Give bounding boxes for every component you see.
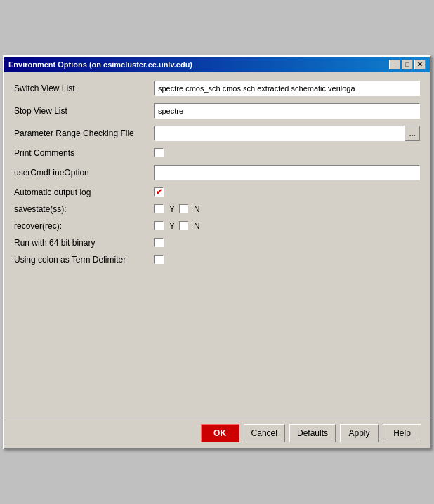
browse-button[interactable]: ... xyxy=(405,126,420,141)
auto-output-log-row: Automatic output log ✔ xyxy=(14,187,420,197)
savestate-n-checkbox[interactable] xyxy=(179,204,188,213)
savestate-y-label: Y xyxy=(169,204,175,214)
savestate-label: savestate(ss): xyxy=(14,204,154,214)
stop-view-list-label: Stop View List xyxy=(14,106,154,116)
savestate-row: savestate(ss): Y N xyxy=(14,204,420,214)
recover-n-label: N xyxy=(194,221,200,231)
print-comments-checkbox[interactable] xyxy=(154,148,164,157)
parameter-range-input[interactable] xyxy=(154,126,405,141)
user-cmd-row: userCmdLineOption xyxy=(14,165,420,180)
switch-view-list-row: Switch View List xyxy=(14,81,420,96)
print-comments-row: Print Comments xyxy=(14,148,420,158)
stop-view-list-input[interactable] xyxy=(154,103,420,119)
parameter-range-input-group: ... xyxy=(154,126,420,141)
recover-y-checkbox[interactable] xyxy=(154,221,164,230)
auto-output-log-label: Automatic output log xyxy=(14,187,154,197)
help-button[interactable]: Help xyxy=(383,424,421,442)
run-64bit-checkbox[interactable] xyxy=(154,238,164,247)
window-title: Environment Options (on csimcluster.ee.u… xyxy=(8,60,192,69)
run-64bit-row: Run with 64 bit binary xyxy=(14,238,420,248)
checkmark-icon: ✔ xyxy=(156,188,162,196)
user-cmd-input[interactable] xyxy=(154,165,420,180)
recover-y-label: Y xyxy=(169,221,175,231)
recover-yn-group: Y N xyxy=(154,221,200,231)
auto-output-log-checkbox-wrapper: ✔ xyxy=(154,187,164,197)
environment-options-window: Environment Options (on csimcluster.ee.u… xyxy=(3,55,431,449)
defaults-button[interactable]: Defaults xyxy=(289,424,336,442)
switch-view-list-input[interactable] xyxy=(154,81,420,96)
run-64bit-label: Run with 64 bit binary xyxy=(14,238,154,248)
stop-view-list-row: Stop View List xyxy=(14,103,420,119)
ok-button[interactable]: OK xyxy=(201,424,239,442)
print-comments-checkbox-wrapper xyxy=(154,148,164,157)
using-colon-checkbox-wrapper xyxy=(154,255,164,264)
maximize-button[interactable]: □ xyxy=(402,60,413,69)
savestate-n-label: N xyxy=(194,204,200,214)
using-colon-label: Using colon as Term Delimiter xyxy=(14,255,154,265)
close-button[interactable]: ✕ xyxy=(414,60,426,69)
button-bar: OK Cancel Defaults Apply Help xyxy=(4,418,430,448)
using-colon-row: Using colon as Term Delimiter xyxy=(14,255,420,265)
title-bar-buttons: _ □ ✕ xyxy=(389,60,426,69)
print-comments-label: Print Comments xyxy=(14,148,154,158)
recover-n-checkbox[interactable] xyxy=(179,221,188,230)
minimize-button[interactable]: _ xyxy=(389,60,400,69)
title-bar: Environment Options (on csimcluster.ee.u… xyxy=(4,57,430,72)
cancel-button[interactable]: Cancel xyxy=(244,424,285,442)
run-64bit-checkbox-wrapper xyxy=(154,238,164,247)
form-content: Switch View List Stop View List Paramete… xyxy=(4,72,430,277)
parameter-range-row: Parameter Range Checking File ... xyxy=(14,126,420,141)
apply-button[interactable]: Apply xyxy=(340,424,379,442)
recover-row: recover(rec): Y N xyxy=(14,221,420,231)
savestate-y-checkbox[interactable] xyxy=(154,204,164,213)
auto-output-log-checkbox[interactable]: ✔ xyxy=(154,187,164,197)
switch-view-list-label: Switch View List xyxy=(14,84,154,93)
empty-area xyxy=(4,277,430,418)
user-cmd-label: userCmdLineOption xyxy=(14,168,154,178)
using-colon-checkbox[interactable] xyxy=(154,255,164,264)
savestate-yn-group: Y N xyxy=(154,204,200,214)
parameter-range-label: Parameter Range Checking File xyxy=(14,128,154,138)
recover-label: recover(rec): xyxy=(14,221,154,231)
